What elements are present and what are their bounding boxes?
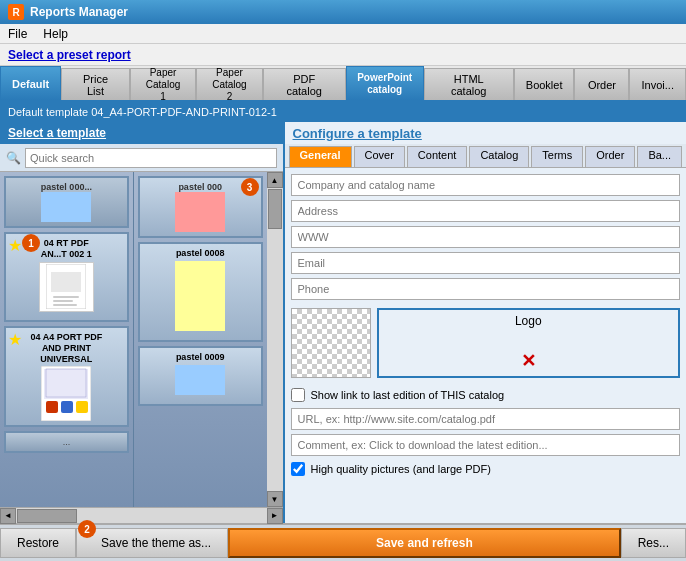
right-panel: Configure a template General Cover Conte… (285, 122, 686, 523)
hq-checkbox[interactable] (291, 462, 305, 476)
pastel-pink-thumb (175, 192, 225, 232)
scroll-left-btn[interactable]: ◄ (0, 508, 16, 524)
scroll-right-btn[interactable]: ► (267, 508, 283, 524)
tab-paper-catalog-1[interactable]: PaperCatalog 1 (130, 68, 196, 100)
svg-rect-10 (61, 401, 73, 413)
action-bar: Restore Save the theme as... 2 Save and … (0, 523, 686, 561)
config-tab-catalog[interactable]: Catalog (469, 146, 529, 167)
www-input[interactable] (291, 226, 680, 248)
save-refresh-button[interactable]: Save and refresh (228, 528, 621, 558)
scroll-up-btn[interactable]: ▲ (267, 172, 283, 188)
template-item-pink-top[interactable]: 3 pastel 000 (138, 176, 263, 238)
tab-pdf-catalog[interactable]: PDF catalog (263, 68, 346, 100)
tab-html-catalog[interactable]: HTML catalog (424, 68, 514, 100)
template-item-1[interactable]: ★ 1 04 RT PDFAN...T 002 1 (4, 232, 129, 322)
tab-booklet[interactable]: Booklet (514, 68, 575, 100)
svg-rect-6 (53, 304, 77, 306)
show-link-label: Show link to last edition of THIS catalo… (311, 389, 505, 401)
scroll-thumb[interactable] (268, 189, 282, 229)
preset-report-link[interactable]: Select a preset report (8, 48, 131, 62)
badge-1: 1 (22, 234, 40, 252)
badge-3: 3 (241, 178, 259, 196)
logo-area: Logo ✕ (291, 308, 680, 378)
config-tab-terms[interactable]: Terms (531, 146, 583, 167)
logo-box: Logo ✕ (377, 308, 680, 378)
email-input[interactable] (291, 252, 680, 274)
template-title-blue: pastel 0009 (176, 352, 225, 363)
menu-help[interactable]: Help (43, 27, 68, 41)
show-link-row: Show link to last edition of THIS catalo… (291, 386, 680, 404)
app-icon: R (8, 4, 24, 20)
template-title-1: 04 RT PDFAN...T 002 1 (41, 238, 92, 260)
menu-file[interactable]: File (8, 27, 27, 41)
tab-default[interactable]: Default (0, 66, 61, 100)
preset-bar: Select a preset report (0, 44, 686, 66)
scroll-h-track (16, 508, 267, 523)
vertical-scrollbar[interactable]: ▲ ▼ (267, 172, 283, 507)
save-theme-button[interactable]: Save the theme as... (76, 528, 228, 558)
tab-price-list[interactable]: Price List (61, 68, 130, 100)
tabs-row: Default Price List PaperCatalog 1 PaperC… (0, 66, 686, 102)
svg-rect-11 (76, 401, 88, 413)
address-input[interactable] (291, 200, 680, 222)
hq-label: High quality pictures (and large PDF) (311, 463, 491, 475)
config-tab-order[interactable]: Order (585, 146, 635, 167)
logo-remove-btn[interactable]: ✕ (521, 350, 536, 372)
config-tab-content[interactable]: Content (407, 146, 468, 167)
scroll-down-btn[interactable]: ▼ (267, 491, 283, 507)
template-column-1: pastel 000... ★ 1 04 RT PDFAN...T 002 1 (0, 172, 134, 507)
tab-order[interactable]: Order (574, 68, 629, 100)
config-form: Logo ✕ Show link to last edition of THIS… (285, 168, 686, 523)
template-item[interactable]: pastel 000... (4, 176, 129, 228)
tab-powerpoint-catalog[interactable]: PowerPointcatalog (346, 66, 424, 100)
star-icon-1: ★ (8, 236, 22, 255)
left-panel: Select a template 🔍 pastel 000... ★ 1 04… (0, 122, 285, 523)
logo-label: Logo (515, 314, 542, 328)
phone-input[interactable] (291, 278, 680, 300)
template-item-partial[interactable]: ... (4, 431, 129, 453)
company-input[interactable] (291, 174, 680, 196)
logo-thumbnail (291, 308, 371, 378)
config-tab-cover[interactable]: Cover (354, 146, 405, 167)
config-tab-ba[interactable]: Ba... (637, 146, 682, 167)
template-info-text: Default template 04_A4-PORT-PDF-AND-PRIN… (8, 106, 277, 118)
template-item-yellow[interactable]: pastel 0008 (138, 242, 263, 342)
svg-text:R: R (12, 7, 20, 18)
template-item-2[interactable]: ★ 04 A4 PORT PDFAND PRINTUNIVERSAL (4, 326, 129, 427)
scroll-track (267, 188, 283, 491)
template-item-blue[interactable]: pastel 0009 (138, 346, 263, 406)
search-icon: 🔍 (6, 151, 21, 165)
comment-input[interactable] (291, 434, 680, 456)
svg-rect-9 (46, 401, 58, 413)
reset-button[interactable]: Res... (621, 528, 686, 558)
svg-rect-8 (44, 369, 88, 399)
horizontal-scrollbar[interactable]: ◄ ► (0, 507, 283, 523)
main-content: Select a template 🔍 pastel 000... ★ 1 04… (0, 122, 686, 523)
template-title-2: 04 A4 PORT PDFAND PRINTUNIVERSAL (31, 332, 103, 364)
url-input[interactable] (291, 408, 680, 430)
search-input[interactable] (25, 148, 277, 168)
doc-thumb-1 (39, 262, 94, 312)
svg-rect-3 (51, 272, 81, 292)
tab-paper-catalog-2[interactable]: PaperCatalog 2 (196, 68, 262, 100)
menu-bar: File Help (0, 24, 686, 44)
template-title-yellow: pastel 0008 (176, 248, 225, 259)
hq-row: High quality pictures (and large PDF) (291, 460, 680, 478)
configure-template-label: Configure a template (293, 126, 422, 141)
tab-invoice[interactable]: Invoi... (629, 68, 686, 100)
title-bar: R Reports Manager (0, 0, 686, 24)
doc-thumb-2 (39, 366, 94, 421)
info-bar: Default template 04_A4-PORT-PDF-AND-PRIN… (0, 102, 686, 122)
scroll-h-thumb[interactable] (17, 509, 77, 523)
svg-rect-5 (53, 300, 73, 302)
config-tab-general[interactable]: General (289, 146, 352, 167)
star-icon-2: ★ (8, 330, 22, 349)
pastel-yellow-thumb (175, 261, 225, 331)
restore-button[interactable]: Restore (0, 528, 76, 558)
config-tabs: General Cover Content Catalog Terms Orde… (285, 144, 686, 168)
app-title: Reports Manager (30, 5, 128, 19)
template-column-2: 3 pastel 000 pastel 0008 pastel 0009 (134, 172, 267, 507)
show-link-checkbox[interactable] (291, 388, 305, 402)
svg-rect-4 (53, 296, 79, 298)
right-panel-header: Configure a template (285, 122, 686, 144)
